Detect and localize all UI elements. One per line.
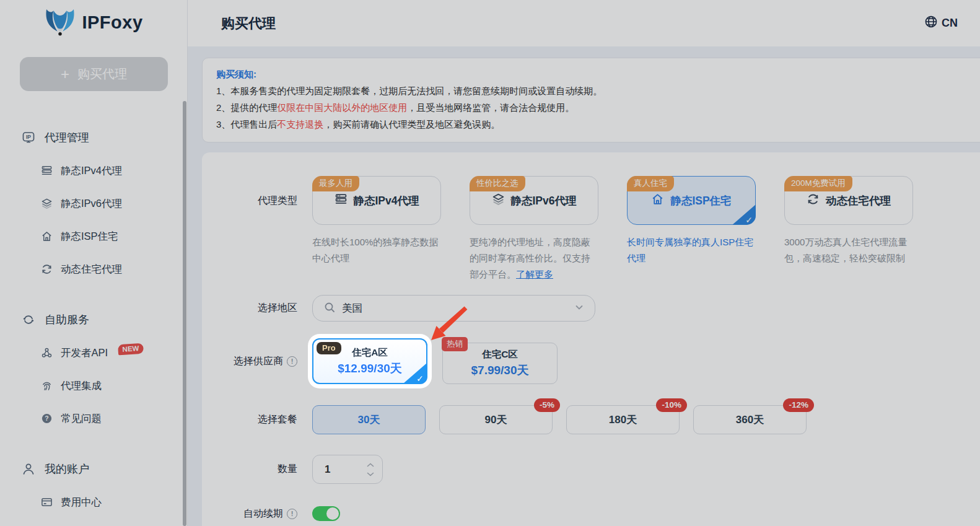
package-row: 选择套餐 30天 90天 -5% 180天 -10% — [202, 405, 980, 434]
region-select[interactable]: 美国 — [312, 295, 595, 322]
card-icon — [41, 496, 53, 508]
proxy-type-desc: 更纯净的代理地址，高度隐蔽的同时享有高性价比。仅支持部分平台。了解更多 — [470, 234, 598, 283]
proxy-type-option-isp: 真人住宅 静态ISP住宅 ✓ 长时间专属独享的真人ISP住宅代理 — [627, 176, 756, 283]
sidebar-item-faq[interactable]: ? 常见问题 — [0, 402, 187, 435]
section-gap — [0, 435, 187, 452]
discount-badge: -5% — [534, 398, 560, 412]
sidebar-item-proxy-integration[interactable]: 代理集成 — [0, 369, 187, 402]
sidebar-item-dynamic-residential[interactable]: 动态住宅代理 — [0, 253, 187, 286]
auto-renew-row: 自动续期 ! — [202, 506, 980, 521]
supplier-options: Pro 住宅A区 $12.99/30天 ✓ 热销 住宅C区 $7.99/30天 — [312, 338, 558, 384]
discount-badge: -12% — [783, 398, 814, 412]
search-icon — [324, 302, 335, 315]
region-row: 选择地区 美国 — [202, 295, 980, 322]
sidebar-nav: IP 代理管理 静态IPv4代理 — [0, 121, 187, 519]
sidebar-item-static-ipv6[interactable]: 静态IPv6代理 — [0, 187, 187, 220]
main-area: 购买代理 CN 购买须知: 1、本服务售卖的代理为固定期限套餐，过期后无法找回，… — [188, 0, 980, 526]
auto-renew-label: 自动续期 ! — [202, 506, 312, 521]
region-label: 选择地区 — [202, 295, 312, 322]
layers-icon — [492, 193, 505, 209]
package-30d-selected[interactable]: 30天 — [312, 405, 426, 434]
notice-title: 购买须知: — [216, 66, 973, 82]
proxy-type-row: 代理类型 最多人用 静态IP — [202, 176, 980, 283]
corner-badge: 200M免费试用 — [784, 176, 852, 191]
quantity-row: 数量 — [202, 455, 980, 484]
package-90d[interactable]: 90天 -5% — [439, 405, 553, 434]
new-badge: NEW — [118, 343, 144, 356]
package-360d[interactable]: 360天 -12% — [693, 405, 807, 434]
spinner-up-icon[interactable] — [367, 463, 374, 467]
spinner-down-icon[interactable] — [367, 472, 374, 476]
proxy-type-card-ipv6[interactable]: 性价比之选 静态IPv6代理 — [470, 176, 598, 225]
selected-check-icon: ✓ — [732, 204, 756, 225]
logo-text: IPFoxy — [82, 12, 142, 33]
quantity-input[interactable] — [314, 463, 351, 476]
proxy-type-card-ipv4[interactable]: 最多人用 静态IPv4代理 — [312, 176, 441, 225]
nodes-icon — [41, 347, 53, 359]
sidebar-item-billing-center[interactable]: 费用中心 — [0, 486, 187, 519]
app-window: IPFoxy + 购买代理 IP 代理管理 — [0, 0, 980, 526]
supplier-row: 选择供应商 ! Pro 住宅A区 $12.99/30天 ✓ 热销 住宅C区 — [202, 338, 980, 384]
info-icon: ! — [287, 509, 297, 519]
refresh-icon — [807, 193, 820, 209]
info-icon: ! — [287, 356, 297, 367]
proxy-type-card-dynamic[interactable]: 200M免费试用 动态住宅代理 — [784, 176, 913, 225]
hot-badge: 热销 — [442, 337, 468, 351]
sidebar-item-static-isp[interactable]: 静态ISP住宅 — [0, 220, 187, 253]
question-icon: ? — [41, 413, 53, 424]
quantity-stepper — [312, 455, 383, 484]
notice-box: 购买须知: 1、本服务售卖的代理为固定期限套餐，过期后无法找回，请您留意续期时间… — [202, 58, 980, 142]
supplier-card-a-selected[interactable]: Pro 住宅A区 $12.99/30天 ✓ — [312, 338, 427, 384]
ipfoxy-fox-icon — [44, 8, 76, 37]
proxy-type-option-dynamic: 200M免费试用 动态住宅代理 3000万动态真人住宅代理流量包，高速稳定，轻松… — [784, 176, 913, 283]
user-icon — [22, 462, 35, 476]
region-value: 美国 — [342, 302, 362, 315]
sidebar-section-my-account[interactable]: 我的账户 — [0, 452, 187, 486]
section-gap — [0, 286, 187, 303]
home-icon — [41, 230, 53, 242]
language-code: CN — [942, 17, 958, 30]
notice-line-3: 3、代理售出后不支持退换，购买前请确认代理类型及地区避免误购。 — [216, 116, 973, 133]
corner-badge: 真人住宅 — [627, 176, 674, 191]
learn-more-link[interactable]: 了解更多 — [516, 269, 553, 279]
content: 购买须知: 1、本服务售卖的代理为固定期限套餐，过期后无法找回，请您留意续期时间… — [188, 46, 980, 526]
language-selector[interactable]: CN — [924, 15, 958, 32]
top-bar: 购买代理 CN — [188, 0, 980, 46]
discount-badge: -10% — [656, 398, 687, 412]
ip-monitor-icon: IP — [22, 131, 35, 144]
buy-proxy-button-label: 购买代理 — [77, 66, 127, 82]
sidebar-section-self-service[interactable]: 自助服务 — [0, 303, 187, 336]
purchase-form-panel: 代理类型 最多人用 静态IP — [202, 152, 980, 526]
proxy-type-options: 最多人用 静态IPv4代理 在线时长100%的独享静态数据中心代理 — [312, 176, 913, 283]
logo: IPFoxy — [0, 0, 187, 37]
sidebar-section-proxy-management[interactable]: IP 代理管理 — [0, 121, 187, 154]
globe-icon — [924, 15, 938, 32]
supplier-card-c[interactable]: 热销 住宅C区 $7.99/30天 — [442, 343, 558, 384]
corner-badge: 性价比之选 — [470, 176, 525, 191]
quantity-spinners — [367, 463, 374, 476]
home-icon — [651, 193, 664, 209]
quantity-label: 数量 — [202, 455, 312, 484]
notice-line-2: 2、提供的代理仅限在中国大陆以外的地区使用，且受当地网络监管，请合法合规使用。 — [216, 99, 973, 116]
buy-proxy-button[interactable]: + 购买代理 — [20, 57, 168, 91]
layers-icon — [41, 198, 53, 209]
supplier-price: $7.99/30天 — [471, 362, 529, 379]
proxy-type-card-isp-selected[interactable]: 真人住宅 静态ISP住宅 ✓ — [627, 176, 756, 225]
fingerprint-icon — [41, 380, 53, 392]
sidebar-item-developer-api[interactable]: 开发者API NEW — [0, 336, 187, 369]
page-title: 购买代理 — [221, 14, 276, 33]
sidebar-item-static-ipv4[interactable]: 静态IPv4代理 — [0, 154, 187, 187]
corner-badge: 最多人用 — [312, 176, 359, 191]
pro-badge: Pro — [317, 342, 341, 354]
svg-text:IP: IP — [26, 134, 31, 140]
package-label: 选择套餐 — [202, 405, 312, 434]
proxy-type-option-ipv6: 性价比之选 静态IPv6代理 更纯净的代理地址，高度隐蔽的同时享有高性价比。仅支… — [470, 176, 598, 283]
proxy-type-desc: 在线时长100%的独享静态数据中心代理 — [312, 234, 441, 266]
package-options: 30天 90天 -5% 180天 -10% 360天 -12% — [312, 405, 807, 434]
loop-icon — [22, 313, 35, 327]
auto-renew-toggle-on[interactable] — [312, 506, 340, 521]
package-180d[interactable]: 180天 -10% — [566, 405, 680, 434]
server-icon — [41, 165, 53, 177]
sidebar-scrollbar[interactable] — [183, 101, 186, 526]
sidebar: IPFoxy + 购买代理 IP 代理管理 — [0, 0, 188, 526]
